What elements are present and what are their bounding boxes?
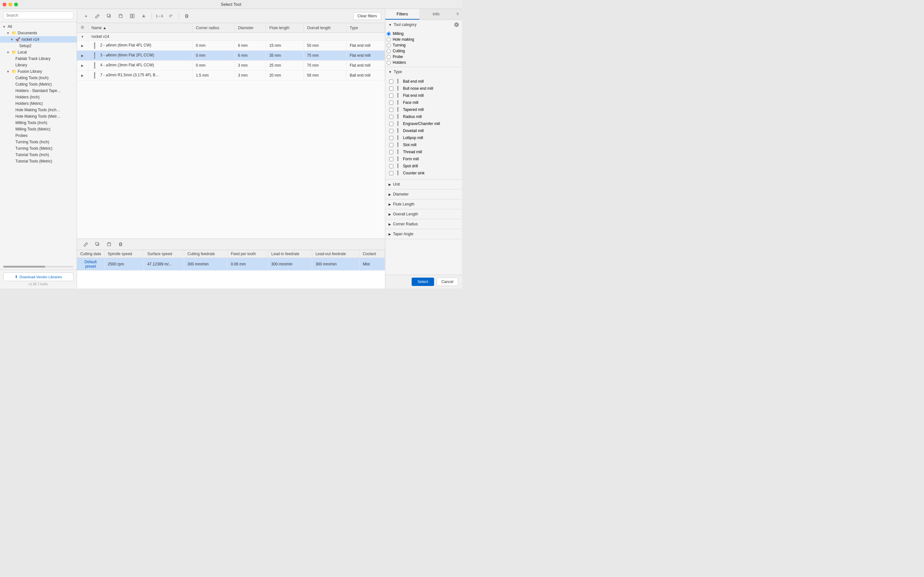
tree-item-milling-metric[interactable]: Milling Tools (Metric) (0, 126, 77, 132)
filter-checkbox-ball_end_mill[interactable]: Ball end mill (388, 78, 459, 85)
checkbox-input-bull_nose_end_mill[interactable] (389, 87, 393, 91)
detail-edit-button[interactable] (81, 240, 91, 249)
filter-section-header-overall_length[interactable]: ▶ Overall Length (385, 210, 462, 219)
row-expand-0[interactable]: ▶ (77, 41, 88, 51)
minimize-button[interactable] (8, 3, 12, 6)
tree-item-holders-metric[interactable]: Holders (Metric) (0, 100, 77, 107)
search-input[interactable] (3, 11, 73, 19)
group-expand[interactable]: ▼ (77, 33, 88, 41)
filter-radio-cutting[interactable]: Cutting (385, 48, 462, 54)
tree-item-holders-inch[interactable]: Holders (Inch) (0, 94, 77, 100)
filter-radio-hole_making[interactable]: Hole making (385, 37, 462, 42)
detail-col-cutting-feedrate[interactable]: Cutting feedrate (184, 250, 228, 258)
filter-checkbox-bull_nose_end_mill[interactable]: Bull nose end mill (388, 85, 459, 92)
filter-checkbox-slot_mill[interactable]: Slot mill (388, 141, 459, 148)
table-row[interactable]: ▶ 3 - ⌀6mm (6mm Flat 2FL CCW) 0 mm 6 mm … (77, 51, 385, 61)
col-type[interactable]: Type (346, 23, 384, 33)
paste-button[interactable] (115, 11, 126, 21)
filter-checkbox-radius_mill[interactable]: Radius mill (388, 113, 459, 120)
detail-col-coolant[interactable]: Coolant (359, 250, 384, 258)
row-expand-1[interactable]: ▶ (77, 51, 88, 61)
filter-close-icon-tool_category[interactable]: ✕ (454, 23, 459, 27)
tree-item-cutting-inch[interactable]: Cutting Tools (Inch) (0, 75, 77, 81)
table-row[interactable]: ▶ 4 - ⌀3mm (3mm Flat 4FL CCW) 0 mm 3 mm … (77, 61, 385, 71)
radio-input-hole_making[interactable] (387, 37, 391, 42)
close-button[interactable] (3, 3, 6, 6)
checkbox-input-slot_mill[interactable] (389, 143, 393, 147)
filter-section-header-flute_length[interactable]: ▶ Flute Length (385, 199, 462, 209)
tree-item-tutorial-metric[interactable]: Tutorial Tools (Metric) (0, 158, 77, 164)
filter-checkbox-thread_mill[interactable]: Thread mill (388, 148, 459, 155)
tree-item-setup2[interactable]: Setup2 (0, 43, 77, 49)
radio-input-turning[interactable] (387, 43, 391, 47)
col-overall-length[interactable]: Overall length (304, 23, 346, 33)
filter-checkbox-face_mill[interactable]: Face mill (388, 99, 459, 106)
filter-section-header-diameter[interactable]: ▶ Diameter (385, 189, 462, 199)
radio-input-cutting[interactable] (387, 49, 391, 53)
delete-button[interactable] (182, 11, 192, 21)
col-corner-radius[interactable]: Corner radius (192, 23, 234, 33)
detail-row[interactable]: Default preset 2500 rpm 47.12389 m/... 3… (77, 258, 385, 271)
radio-input-milling[interactable] (387, 32, 391, 36)
detail-col-spindle-speed[interactable]: Spindle speed (104, 250, 144, 258)
checkbox-input-counter_sink[interactable] (389, 171, 393, 175)
import-button[interactable] (139, 11, 149, 21)
filter-section-header-taper_angle[interactable]: ▶ Taper Angle (385, 229, 462, 239)
filter-section-header-unit[interactable]: ▶ Unit (385, 179, 462, 189)
col-settings[interactable] (77, 23, 88, 33)
tree-item-rocket[interactable]: ▼🚀rocket v14 (0, 36, 77, 43)
checkbox-input-engrave_chamfer_mill[interactable] (389, 122, 393, 126)
filter-checkbox-form_mill[interactable]: Form mill (388, 155, 459, 163)
radio-input-probe[interactable] (387, 55, 391, 59)
numbering-button[interactable]: 1↔6 (154, 11, 165, 21)
add-tool-button[interactable]: + (81, 11, 91, 21)
col-flute-length[interactable]: Flute length (266, 23, 304, 33)
tree-item-milling-inch[interactable]: Milling Tools (Inch) (0, 119, 77, 126)
filter-checkbox-counter_sink[interactable]: Counter sink (388, 169, 459, 177)
filter-checkbox-engrave_chamfer_mill[interactable]: Engrave/Chamfer mill (388, 120, 459, 127)
filter-checkbox-flat_end_mill[interactable]: Flat end mill (388, 92, 459, 99)
tab-filters[interactable]: Filters (385, 9, 419, 19)
detail-paste-button[interactable] (104, 240, 114, 249)
table-row[interactable]: ▶ 7 - ⌀3mm R1.5mm (3.175 4FL B… 1.5 mm 3… (77, 71, 385, 81)
radio-input-holders[interactable] (387, 61, 391, 65)
filter-radio-holders[interactable]: Holders (385, 60, 462, 65)
checkbox-input-flat_end_mill[interactable] (389, 93, 393, 98)
tree-item-cutting-metric[interactable]: Cutting Tools (Metric) (0, 81, 77, 87)
tree-item-documents[interactable]: ▼📁Documents (0, 30, 77, 36)
checkbox-input-spot_drill[interactable] (389, 164, 393, 168)
edit-button[interactable] (92, 11, 103, 21)
sort-button[interactable] (166, 11, 176, 21)
scrollbar-thumb[interactable] (3, 266, 45, 268)
detail-col-feed-per-tooth[interactable]: Feed per tooth (228, 250, 268, 258)
checkbox-input-face_mill[interactable] (389, 101, 393, 105)
maximize-button[interactable] (14, 3, 18, 6)
col-diameter[interactable]: Diameter (234, 23, 266, 33)
tree-item-turning-metric[interactable]: Turning Tools (Metric) (0, 145, 77, 152)
detail-col-cutting-data[interactable]: Cutting data (77, 250, 104, 258)
checkbox-input-radius_mill[interactable] (389, 115, 393, 119)
help-button[interactable]: ? (453, 9, 462, 19)
detail-delete-button[interactable] (115, 240, 126, 249)
col-name[interactable]: Name ▲ (88, 23, 192, 33)
tree-item-hole-inch[interactable]: Hole Making Tools (Inch… (0, 107, 77, 113)
table-row[interactable]: ▶ 2 - ⌀6mm (6mm Flat 4FL CW) 0 mm 6 mm 1… (77, 41, 385, 51)
checkbox-input-thread_mill[interactable] (389, 150, 393, 154)
tree-item-fablab[interactable]: Fablab Track Library (0, 55, 77, 62)
checkbox-input-form_mill[interactable] (389, 157, 393, 161)
filter-section-header-type[interactable]: ▼ Type (385, 67, 462, 77)
select-button[interactable]: Select (412, 277, 434, 286)
checkbox-input-ball_end_mill[interactable] (389, 79, 393, 84)
tree-item-fusion[interactable]: ▼📁Fusion Library (0, 68, 77, 75)
checkbox-input-lollipop_mill[interactable] (389, 136, 393, 140)
move-button[interactable] (127, 11, 137, 21)
filter-checkbox-spot_drill[interactable]: Spot drill (388, 163, 459, 169)
tree-item-holders-taper[interactable]: Holders - Standard Tape… (0, 87, 77, 94)
filter-checkbox-lollipop_mill[interactable]: Lollipop mill (388, 134, 459, 141)
filter-checkbox-dovetail_mill[interactable]: Dovetail mill (388, 127, 459, 134)
tree-item-library[interactable]: Library (0, 62, 77, 68)
tree-item-hole-metric[interactable]: Hole Making Tools (Metr… (0, 113, 77, 119)
detail-copy-button[interactable] (92, 240, 103, 249)
filter-radio-turning[interactable]: Turning (385, 42, 462, 48)
filter-radio-probe[interactable]: Probe (385, 54, 462, 60)
